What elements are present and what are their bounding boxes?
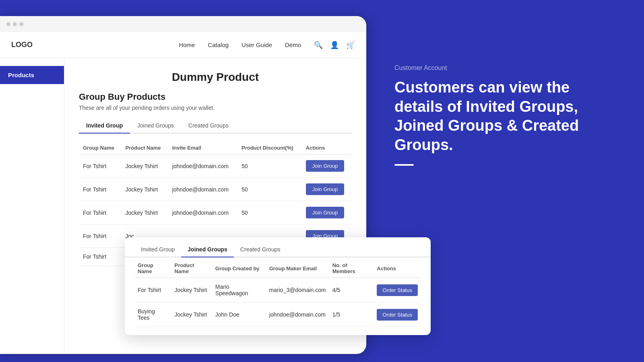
join-group-button[interactable]: Join Group: [306, 183, 345, 195]
ov-col-members: No. of Members: [329, 257, 374, 278]
dot-3: [19, 22, 23, 26]
ov-cell-maker-email: johndoe@domain.com: [266, 302, 329, 327]
ov-cell-product-name: Jockey Tshirt: [171, 302, 212, 327]
table-row: For Tshirt Jockey Tshirt Mario Speedwago…: [134, 278, 421, 302]
cell-action: Join Group: [302, 201, 352, 224]
nav-catalog[interactable]: Catalog: [208, 41, 229, 48]
cell-action: Join Group: [302, 154, 352, 178]
cell-invite-email: johndoe@domain.com: [168, 201, 237, 224]
section-title: Group Buy Products: [79, 92, 352, 102]
dot-2: [13, 22, 17, 26]
ov-cell-action: Order Status: [374, 302, 421, 327]
nav-user-guide[interactable]: User Guide: [242, 41, 272, 48]
overlay-tab-created[interactable]: Created Groups: [234, 243, 287, 257]
page-title: Dummy Product: [79, 71, 352, 84]
join-group-button[interactable]: Join Group: [306, 207, 345, 218]
ov-cell-action: Order Status: [374, 278, 421, 302]
panel-headline: Customers can view the details of Invite…: [394, 78, 620, 154]
cell-group-name: For Tshirt: [79, 201, 121, 224]
order-status-button[interactable]: Order Status: [377, 309, 418, 321]
table-row: For Tshirt Jockey Tshirt johndoe@domain.…: [79, 154, 352, 178]
cell-discount: 50: [237, 201, 302, 224]
join-group-button[interactable]: Join Group: [306, 160, 345, 172]
nav-demo[interactable]: Demo: [285, 41, 301, 48]
cell-invite-email: johndoe@domain.com: [168, 178, 237, 201]
ov-cell-maker-email: mario_3@domain.com: [266, 278, 329, 302]
section-desc: These are all of your pending orders usi…: [79, 105, 352, 111]
ov-col-created-by: Group Created by: [212, 257, 266, 278]
cell-product-name: Jockey Tshirt: [121, 154, 168, 178]
cart-icon[interactable]: 🛒: [346, 41, 355, 49]
tabs: Invited Group Joined Groups Created Grou…: [79, 119, 352, 134]
user-icon[interactable]: 👤: [330, 41, 339, 49]
col-group-name: Group Name: [79, 142, 121, 154]
table-row: Buying Tees Jockey Tshirt John Doe johnd…: [134, 302, 421, 327]
nav-links: Home Catalog User Guide Demo: [179, 41, 301, 48]
ov-cell-members: 1/5: [329, 302, 374, 327]
tab-invited-group[interactable]: Invited Group: [79, 119, 130, 134]
table-row: For Tshirt Jockey Tshirt johndoe@domain.…: [79, 178, 352, 201]
cell-group-name: For Tshirt: [79, 248, 121, 266]
cell-action: Join Group: [302, 178, 352, 201]
cell-invite-email: johndoe@domain.com: [168, 154, 237, 178]
cell-group-name: For Tshirt: [79, 224, 121, 248]
cell-group-name: For Tshirt: [79, 154, 121, 178]
cell-group-name: For Tshirt: [79, 178, 121, 201]
dot-1: [6, 22, 10, 26]
joined-groups-table: Group Name Product Name Group Created by…: [134, 257, 421, 327]
ov-cell-created-by: Mario Speedwagon: [212, 278, 266, 302]
top-bar: [0, 16, 366, 32]
navigation: LOGO Home Catalog User Guide Demo 🔍 👤 🛒: [0, 32, 366, 58]
tab-joined-groups[interactable]: Joined Groups: [130, 119, 181, 134]
nav-icons: 🔍 👤 🛒: [314, 41, 355, 49]
overlay-card: Invited Group Joined Groups Created Grou…: [125, 237, 431, 335]
cell-product-name: Jockey Tshirt: [121, 201, 168, 224]
table-row: For Tshirt Jockey Tshirt johndoe@domain.…: [79, 201, 352, 224]
ov-cell-group-name: Buying Tees: [134, 302, 171, 327]
ov-col-actions: Actions: [374, 257, 421, 278]
order-status-button[interactable]: Order Status: [377, 284, 418, 296]
col-product-name: Product Name: [121, 142, 168, 154]
cell-discount: 50: [237, 154, 302, 178]
overlay-tab-joined[interactable]: Joined Groups: [181, 243, 234, 257]
col-discount: Product Discount(%): [237, 142, 302, 154]
ov-cell-product-name: Jockey Tshirt: [171, 278, 212, 302]
logo: LOGO: [11, 41, 33, 49]
ov-cell-group-name: For Tshirt: [134, 278, 171, 302]
search-icon[interactable]: 🔍: [314, 41, 323, 49]
overlay-tabs: Invited Group Joined Groups Created Grou…: [125, 237, 431, 257]
cell-product-name: Jockey Tshirt: [121, 178, 168, 201]
sidebar-item-products[interactable]: Products: [0, 66, 64, 84]
overlay-table-wrap: Group Name Product Name Group Created by…: [125, 257, 431, 327]
nav-home[interactable]: Home: [179, 41, 195, 48]
cell-discount: 50: [237, 178, 302, 201]
overlay-tab-invited[interactable]: Invited Group: [134, 243, 181, 257]
tab-created-groups[interactable]: Created Groups: [181, 119, 236, 134]
ov-cell-created-by: John Doe: [212, 302, 266, 327]
ov-col-product-name: Product Name: [171, 257, 212, 278]
col-actions: Actions: [302, 142, 352, 154]
underline-bar: [394, 164, 414, 166]
ov-cell-members: 4/5: [329, 278, 374, 302]
ov-col-group-name: Group Name: [134, 257, 171, 278]
col-invite-email: Invite Email: [168, 142, 237, 154]
sidebar: Products: [0, 58, 64, 354]
ov-col-maker-email: Group Maker Email: [266, 257, 329, 278]
panel-label: Customer Account: [394, 64, 620, 72]
